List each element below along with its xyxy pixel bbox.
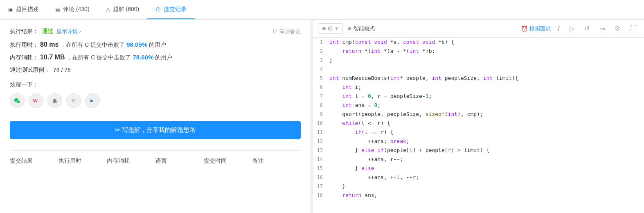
memory-label: 内存消耗： <box>10 54 38 61</box>
main-layout: 执行结果： 通过 显示详情 › ▷ 添加备注 执行用时： 80 ms ，在所有 … <box>0 20 644 213</box>
col-note: 备注 <box>252 157 301 165</box>
submissions-icon: ⏱ <box>155 6 161 13</box>
weibo-icon[interactable]: W <box>29 93 43 108</box>
code-line-15: 15 } else <box>313 164 644 173</box>
test-cases-label: 通过测试用例： <box>10 66 50 74</box>
col-submit-time: 提交时间 <box>204 157 252 165</box>
tab-description-label: 题目描述 <box>16 6 39 13</box>
memory-suffix: 的用户 <box>155 54 172 61</box>
add-note-btn[interactable]: ▷ 添加备注 <box>272 28 301 35</box>
memory-percent: 78.60% <box>133 54 153 61</box>
share-label: 炫耀一下： <box>10 81 301 88</box>
right-panel: C ▼ 智能模式 ⏰ 模拟面试 i ▷ ↺ ↝ <box>313 20 644 213</box>
social-icons: W 豆 in <box>10 93 301 108</box>
fullscreen-icon-btn[interactable]: ⛶ <box>628 23 639 34</box>
code-line-5: 5 int numRescueBoats(int* people, int pe… <box>313 74 644 83</box>
settings-icon-btn[interactable]: ⚙ <box>612 23 623 34</box>
description-icon: ▣ <box>8 6 14 13</box>
bell-icon[interactable] <box>47 93 62 108</box>
fork-icon-btn[interactable]: ↝ <box>597 23 607 34</box>
reset-icon-btn[interactable]: ↺ <box>582 23 592 34</box>
exec-time-percent: 98.05% <box>126 41 147 48</box>
code-line-7: 7 int l = 0, r = peopleSize-1; <box>313 92 644 101</box>
info-icon-btn[interactable]: i <box>556 23 562 34</box>
code-line-12: 12 ++ans; break; <box>313 137 644 146</box>
write-solution-button[interactable]: ✏ 写题解，分享我的解题思路 <box>10 121 301 139</box>
lang-dot <box>322 27 326 30</box>
result-row: 执行结果： 通过 显示详情 › ▷ 添加备注 <box>10 28 301 35</box>
tab-submissions-label: 提交记录 <box>164 6 187 13</box>
code-line-1: 1 int cmp(const void *a, const void *b) … <box>313 38 644 47</box>
col-result: 提交结果 <box>10 157 59 165</box>
col-lang: 语言 <box>155 157 204 165</box>
result-detail-link[interactable]: 显示详情 › <box>56 28 81 35</box>
execution-time-row: 执行用时： 80 ms ，在所有 C 提交中击败了 98.05% 的用户 <box>10 41 301 49</box>
comments-icon: ▤ <box>55 6 61 13</box>
ai-dot <box>348 27 351 30</box>
memory-desc: ，在所有 C 提交中击败了 <box>66 54 131 61</box>
language-selector[interactable]: C ▼ <box>318 23 343 34</box>
solutions-icon: △ <box>106 6 110 13</box>
run-icon-btn[interactable]: ▷ <box>567 23 577 34</box>
tab-comments-label: 评论 (430) <box>63 6 90 13</box>
tab-comments[interactable]: ▤ 评论 (430) <box>47 0 98 19</box>
code-editor[interactable]: 1 int cmp(const void *a, const void *b) … <box>313 38 644 213</box>
lang-label: C <box>328 25 332 32</box>
mock-interview-label: 模拟面试 <box>529 25 551 32</box>
fork-icon: ↝ <box>599 25 605 32</box>
test-cases-value: 78 / 78 <box>53 67 71 73</box>
tab-submissions[interactable]: ⏱ 提交记录 <box>147 0 195 19</box>
clock-icon: ⏰ <box>521 25 528 32</box>
fullscreen-icon: ⛶ <box>630 25 637 32</box>
info-icon: i <box>558 25 560 32</box>
editor-toolbar: C ▼ 智能模式 ⏰ 模拟面试 i ▷ ↺ ↝ <box>313 20 644 38</box>
svg-text:in: in <box>90 99 93 103</box>
run-icon: ▷ <box>570 25 574 32</box>
code-line-10: 10 while(l <= r) { <box>313 119 644 128</box>
code-line-9: 9 qsort(people, peopleSize, sizeof(int),… <box>313 110 644 119</box>
memory-value: 10.7 MB <box>40 54 65 61</box>
submissions-table-header: 提交结果 执行用时 内存消耗 语言 提交时间 备注 <box>10 150 301 165</box>
lang-chevron: ▼ <box>334 26 338 31</box>
col-exec-time: 执行用时 <box>59 157 107 165</box>
col-memory: 内存消耗 <box>107 157 155 165</box>
tab-bar: ▣ 题目描述 ▤ 评论 (430) △ 题解 (600) ⏱ 提交记录 <box>0 0 644 20</box>
code-line-8: 8 int ans = 0; <box>313 101 644 110</box>
tab-solutions[interactable]: △ 题解 (600) <box>98 0 148 19</box>
wechat-icon[interactable] <box>10 93 25 108</box>
code-line-18: 18 return ans; <box>313 191 644 200</box>
code-line-3: 3 } <box>313 56 644 65</box>
tab-solutions-label: 题解 (600) <box>113 6 140 13</box>
mock-interview-btn[interactable]: ⏰ 模拟面试 <box>521 25 551 32</box>
ai-mode-indicator: 智能模式 <box>348 25 375 32</box>
memory-row: 内存消耗： 10.7 MB ，在所有 C 提交中击败了 78.60% 的用户 <box>10 54 301 61</box>
exec-time-desc: ，在所有 C 提交中击败了 <box>60 41 125 49</box>
result-label: 执行结果： <box>10 28 38 35</box>
svg-text:豆: 豆 <box>72 99 75 103</box>
ai-mode-label: 智能模式 <box>354 25 375 32</box>
code-line-6: 6 int i; <box>313 83 644 92</box>
settings-icon: ⚙ <box>615 25 620 32</box>
svg-text:W: W <box>33 98 38 104</box>
tab-description[interactable]: ▣ 题目描述 <box>0 0 47 19</box>
result-status: 通过 <box>42 28 53 35</box>
linkedin-icon[interactable]: in <box>85 93 100 108</box>
code-line-16: 16 ++ans, ++l, --r; <box>313 173 644 182</box>
exec-time-label: 执行用时： <box>10 41 38 49</box>
left-panel: 执行结果： 通过 显示详情 › ▷ 添加备注 执行用时： 80 ms ，在所有 … <box>0 20 311 213</box>
code-line-11: 11 if(l == r) { <box>313 128 644 137</box>
reset-icon: ↺ <box>584 25 590 32</box>
code-line-4: 4 <box>313 65 644 74</box>
code-line-13: 13 } else if(people[l] + people[r] > lim… <box>313 146 644 155</box>
code-line-14: 14 ++ans, r--; <box>313 155 644 164</box>
code-line-2: 2 return *(int *)a - *(int *)b; <box>313 47 644 56</box>
code-line-17: 17 } <box>313 182 644 191</box>
exec-time-value: 80 ms <box>40 41 59 48</box>
exec-time-suffix: 的用户 <box>149 41 166 49</box>
douban-icon[interactable]: 豆 <box>66 93 81 108</box>
test-cases-row: 通过测试用例： 78 / 78 <box>10 66 301 74</box>
